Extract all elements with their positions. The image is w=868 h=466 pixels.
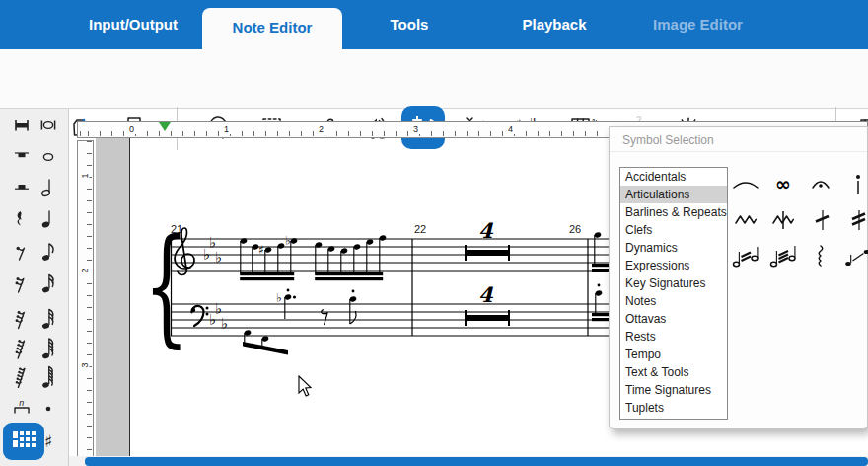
- flat-accidental: ♭: [276, 291, 282, 305]
- symbol-tremolo-double[interactable]: [840, 203, 868, 237]
- flat-accidental: ♭: [285, 234, 291, 248]
- category-rests[interactable]: Rests: [620, 328, 727, 346]
- bass-clef: [191, 306, 209, 326]
- category-ottavas[interactable]: Ottavas: [620, 310, 727, 328]
- beamed-group-2[interactable]: [315, 235, 387, 281]
- sharp-accidental: ♯: [258, 243, 264, 257]
- mouse-cursor: [296, 375, 316, 399]
- category-text-tools[interactable]: Text & Tools: [620, 363, 727, 381]
- symbol-two-note-tremolo[interactable]: [728, 240, 763, 273]
- bass-measure-21-notes[interactable]: ♭: [243, 289, 357, 355]
- symbol-category-list[interactable]: Accidentals Articulations Barlines & Rep…: [619, 167, 728, 420]
- measure-26-notes[interactable]: [592, 232, 610, 322]
- app-window: Input/Output Note Editor Tools Playback …: [0, 0, 868, 466]
- symbol-turn[interactable]: ∞: [765, 167, 801, 200]
- category-time-signatures[interactable]: Time Signatures: [620, 381, 727, 399]
- category-tempo[interactable]: Tempo: [620, 346, 727, 363]
- panel-divider: [610, 151, 867, 152]
- measure-number: 26: [569, 223, 581, 235]
- symbol-two-note-tremolo-triple[interactable]: [765, 240, 801, 273]
- beamed-group-1[interactable]: ♯ ♭: [240, 234, 298, 280]
- svg-text:♭: ♭: [221, 315, 228, 333]
- category-key-signatures[interactable]: Key Signatures: [620, 274, 727, 292]
- svg-text:♭: ♭: [215, 249, 222, 267]
- multirest-count: 4: [478, 218, 494, 243]
- category-articulations[interactable]: Articulations: [620, 186, 727, 203]
- symbol-slur[interactable]: [728, 167, 763, 200]
- symbol-staccatissimo[interactable]: [840, 167, 868, 200]
- category-expressions[interactable]: Expressions: [620, 257, 727, 274]
- bass-staff: [171, 304, 636, 336]
- measure-number: 22: [414, 223, 426, 235]
- category-barlines-repeats[interactable]: Barlines & Repeats: [620, 203, 727, 221]
- symbol-mordent[interactable]: [728, 203, 763, 237]
- symbol-inverted-mordent[interactable]: [765, 203, 801, 237]
- category-clefs[interactable]: Clefs: [620, 221, 727, 239]
- symbol-tremolo-single[interactable]: [803, 203, 838, 237]
- symbol-glissando[interactable]: [840, 240, 868, 273]
- symbol-selection-panel: Symbol Selection Accidentals Articulatio…: [609, 126, 868, 429]
- category-dynamics[interactable]: Dynamics: [620, 239, 727, 257]
- category-accidentals[interactable]: Accidentals: [620, 168, 727, 186]
- symbol-arpeggio[interactable]: [803, 240, 838, 273]
- panel-title: Symbol Selection: [622, 133, 714, 147]
- category-notes[interactable]: Notes: [620, 292, 727, 310]
- symbol-fermata[interactable]: [803, 167, 838, 200]
- category-tuplets[interactable]: Tuplets: [620, 399, 727, 417]
- multirest-count: 4: [478, 282, 494, 307]
